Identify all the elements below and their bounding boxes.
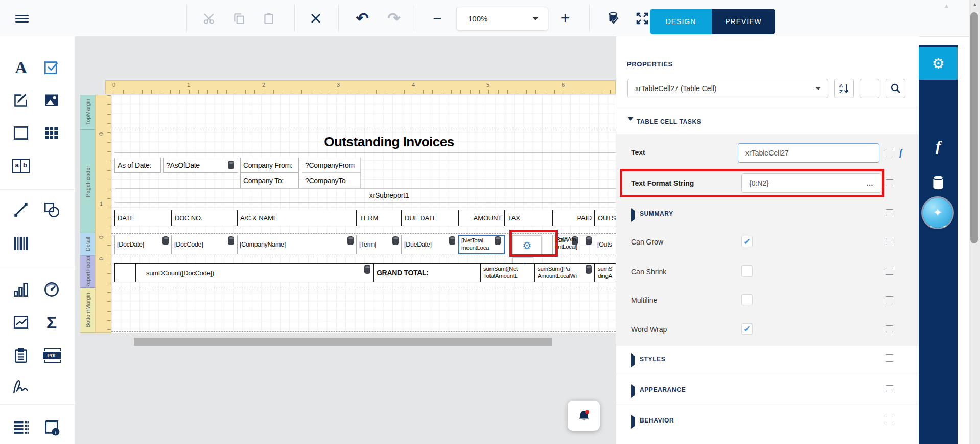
company-from-field[interactable]: ?CompanyFrom [302,158,361,173]
detail-cell-companyname[interactable]: [CompanyName] [237,235,357,254]
horizontal-scrollbar[interactable] [134,338,552,346]
detail-cell-doccode[interactable]: [DocCode] [172,235,237,254]
column-header[interactable]: PAID [553,210,595,226]
subreport-placeholder[interactable]: xrSubreport1 [115,188,616,203]
notification-button[interactable] [568,401,600,431]
pdf-icon: PDF [43,348,60,363]
company-to-field[interactable]: ?CompanyTo [302,173,361,188]
toolbox-page-info-control[interactable]: i [43,419,60,436]
control-selector-dropdown[interactable]: xrTableCell27 (Table Cell) [627,79,828,98]
footer-cell-count[interactable]: sumDCount([DocCode]) [135,263,374,282]
company-to-label[interactable]: Company To: [240,173,299,188]
as-of-date-field[interactable]: ?AsOfDate [163,158,238,173]
ai-assistant-button[interactable]: ✦ [923,198,952,228]
menu-button[interactable] [15,13,29,24]
summary-section-header[interactable]: SUMMARY [640,210,673,217]
word-wrap-checkbox[interactable]: ✓ [741,323,753,335]
footer-cell-empty[interactable] [114,263,135,282]
delete-button[interactable] [307,0,325,36]
tasks-section-header[interactable]: TABLE CELL TASKS [637,118,701,125]
column-header[interactable]: DATE [114,210,172,226]
word-wrap-mark-checkbox[interactable] [886,325,893,332]
can-grow-mark-checkbox[interactable] [886,238,893,245]
text-property-input[interactable]: xrTableCell27 [738,143,879,163]
column-header[interactable]: DUE DATE [402,210,458,226]
text-expression-button[interactable]: f [899,147,902,158]
band-top-margin[interactable]: TopMargin [80,95,95,130]
can-grow-checkbox[interactable]: ✓ [741,236,753,247]
column-header[interactable]: OUTSTANDING [595,210,616,226]
format-mark-checkbox[interactable] [886,179,893,186]
band-detail[interactable]: Detail [80,233,95,256]
undo-button[interactable]: ↶ [352,0,373,36]
blank-toggle-button[interactable] [860,79,879,98]
zoom-in-button[interactable]: + [556,0,574,36]
multiline-checkbox[interactable] [741,294,753,305]
scrollbar-thumb[interactable] [970,12,978,243]
multiline-mark-checkbox[interactable] [886,296,893,303]
redo-button[interactable]: ↷ [383,0,405,36]
toolbox-panel-control[interactable] [12,124,30,142]
toolbox-signature-control[interactable] [12,378,30,395]
report-title-label[interactable]: Outstanding Invoices [115,131,616,153]
styles-mark-checkbox[interactable] [886,354,893,362]
toolbox-barcode-control[interactable] [12,235,30,252]
zoom-select[interactable]: 100% [456,7,548,31]
rail-properties-tab[interactable]: ⚙ [919,47,958,80]
column-header[interactable]: A/C & NAME [237,210,357,226]
cut-button[interactable] [200,0,219,36]
toolbox-chart-control[interactable] [12,281,30,298]
horizontal-ruler[interactable]: 0 1 2 3 4 5 6 [105,80,616,94]
column-header[interactable]: AMOUNT [458,210,505,226]
rail-field-list-tab[interactable] [919,173,958,193]
toolbox-table-control[interactable] [43,124,60,142]
sort-az-button[interactable]: A Z [834,79,854,98]
band-report-footer[interactable]: ReportFooter [80,256,95,288]
toolbox-checkbox-control[interactable] [43,59,60,76]
band-bottom-margin[interactable]: BottomMargin [80,288,95,333]
toolbox-shape-control[interactable] [43,201,60,218]
toolbox-toc-control[interactable] [12,419,30,436]
rail-expressions-tab[interactable]: f [919,136,958,157]
text-mark-checkbox[interactable] [886,149,893,156]
footer-cell-outstanding-sum[interactable]: sumS dingA [595,263,616,282]
appearance-section-header[interactable]: APPEARANCE [640,386,686,393]
toolbox-pdf-control[interactable]: PDF [43,347,60,364]
toolbox-richtext-control[interactable] [12,92,30,109]
validate-bindings-button[interactable] [603,0,623,36]
toolbox-label-control[interactable]: A [12,59,30,76]
behavior-mark-checkbox[interactable] [886,416,893,423]
toolbox-picture-control[interactable] [43,92,60,109]
property-search-button[interactable] [886,79,905,98]
styles-section-header[interactable]: STYLES [640,356,665,363]
toolbox-summary-control[interactable]: Σ [43,314,60,331]
zoom-out-button[interactable]: − [428,0,447,36]
column-header[interactable]: TERM [357,210,402,226]
panel-scroll-up-icon[interactable]: ▲ [944,3,949,9]
toolbox-sparkline-control[interactable] [12,314,30,331]
band-page-header[interactable]: PageHeader [80,130,95,233]
toolbox-gauge-control[interactable] [43,281,60,298]
design-tab[interactable]: DESIGN [650,9,712,34]
preview-tab[interactable]: PREVIEW [712,9,775,34]
appearance-mark-checkbox[interactable] [886,385,893,392]
footer-cell-net-sum[interactable]: sumSum([Net TotalAmountL [480,263,534,282]
copy-button[interactable] [230,0,248,36]
as-of-date-label[interactable]: As of Date: [114,158,161,173]
company-from-label[interactable]: Company From: [240,158,299,173]
toolbox-line-control[interactable] [12,201,30,218]
vertical-ruler[interactable]: 0 1 0 0 [95,95,111,333]
summary-mark-checkbox[interactable] [886,209,893,216]
footer-cell-grand-total[interactable]: GRAND TOTAL: [374,263,480,282]
scroll-up-icon[interactable]: ▲ [969,2,980,7]
behavior-section-header[interactable]: BEHAVIOR [640,417,674,424]
toolbox-character-comb-control[interactable]: a b [12,157,30,174]
column-header[interactable]: TAX [505,210,553,226]
can-shrink-mark-checkbox[interactable] [886,268,893,275]
detail-cell-outstanding[interactable]: [Outs [595,235,616,254]
column-header[interactable]: DOC NO. [172,210,237,226]
design-canvas[interactable]: Outstanding Invoices As of Date: ?AsOfDa… [111,95,616,333]
paste-button[interactable] [260,0,278,36]
can-shrink-checkbox[interactable] [741,265,753,277]
toolbox-report-control[interactable] [12,347,30,364]
